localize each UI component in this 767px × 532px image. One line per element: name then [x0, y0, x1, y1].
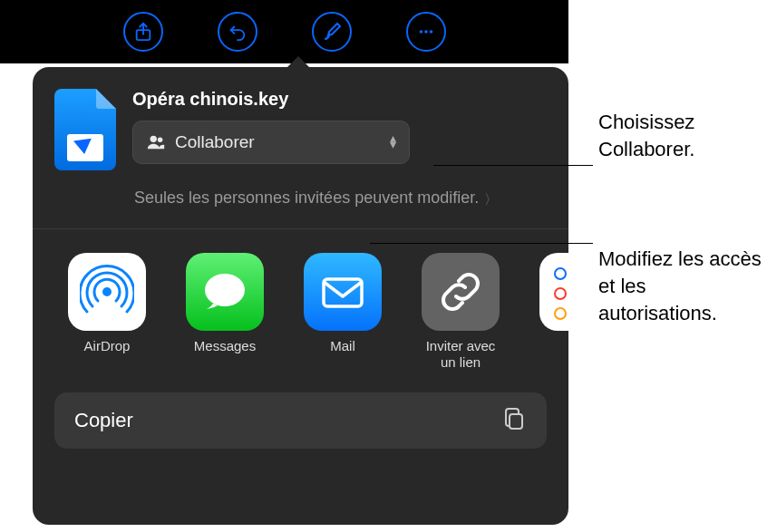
ellipsis-icon — [416, 22, 436, 42]
undo-icon — [228, 22, 248, 42]
share-app-invite-link[interactable]: Inviter avec un lien — [417, 253, 504, 371]
updown-chevron-icon: ▴▾ — [390, 135, 396, 148]
callout-line-1 — [433, 165, 593, 166]
share-app-airdrop[interactable]: AirDrop — [63, 253, 150, 371]
share-app-mail[interactable]: Mail — [299, 253, 386, 371]
file-thumbnail — [54, 89, 116, 170]
share-apps-row[interactable]: AirDrop Messages Mail — [33, 229, 568, 371]
chevron-right-icon: 〉 — [484, 190, 498, 208]
svg-point-6 — [102, 287, 112, 296]
more-button[interactable] — [406, 12, 446, 52]
share-button[interactable] — [123, 12, 163, 52]
collaborate-dropdown[interactable]: Collaborer ▴▾ — [132, 121, 410, 164]
messages-icon — [200, 267, 249, 316]
copy-label: Copier — [74, 409, 501, 432]
mail-icon — [318, 267, 367, 316]
people-icon — [146, 132, 166, 152]
permissions-text: Seules les personnes invitées peuvent mo… — [134, 187, 479, 208]
top-toolbar — [0, 0, 568, 63]
svg-point-2 — [424, 30, 428, 34]
svg-point-7 — [205, 274, 245, 306]
airdrop-label: AirDrop — [84, 338, 131, 371]
svg-rect-8 — [324, 279, 362, 306]
paint-brush-icon — [321, 21, 343, 43]
callout-line-2 — [370, 243, 593, 244]
airdrop-icon — [80, 265, 134, 319]
svg-point-1 — [419, 30, 422, 34]
callouts: Choisissez Collaborer. Modifiez les accè… — [598, 109, 767, 326]
callout-collaborate: Choisissez Collaborer. — [598, 109, 767, 162]
svg-point-3 — [429, 30, 432, 34]
callout-permissions: Modifiez les accès et les autorisations. — [598, 246, 767, 326]
svg-rect-9 — [510, 414, 522, 429]
share-app-messages[interactable]: Messages — [181, 253, 268, 371]
invite-link-label: Inviter avec un lien — [417, 338, 504, 371]
file-name: Opéra chinois.key — [132, 89, 547, 110]
share-popover: Opéra chinois.key Collaborer ▴▾ Seules l… — [33, 67, 568, 525]
link-icon — [436, 267, 485, 316]
svg-point-5 — [158, 138, 163, 143]
copy-action[interactable]: Copier — [54, 392, 547, 449]
share-app-extra[interactable]: R — [535, 253, 568, 371]
messages-label: Messages — [194, 338, 256, 371]
undo-button[interactable] — [218, 12, 257, 52]
collaborate-label: Collaborer — [175, 132, 390, 152]
copy-icon — [501, 406, 527, 435]
permissions-row[interactable]: Seules les personnes invitées peuvent mo… — [33, 170, 568, 228]
share-icon — [133, 22, 153, 42]
svg-point-4 — [150, 136, 157, 142]
format-button[interactable] — [312, 12, 352, 52]
mail-label: Mail — [330, 338, 355, 371]
share-popover-body: Opéra chinois.key Collaborer ▴▾ Seules l… — [33, 67, 568, 525]
